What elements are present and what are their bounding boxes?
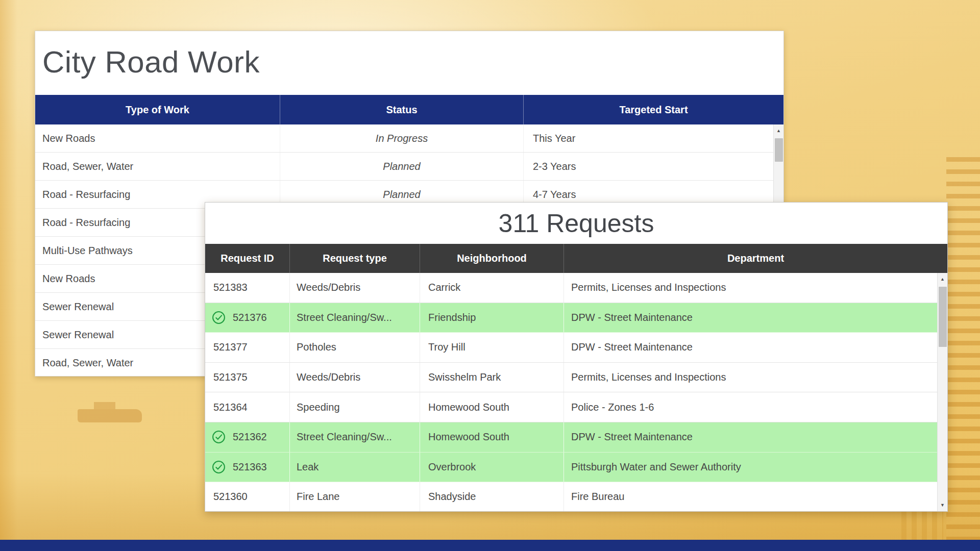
- request-id-text: 521377: [213, 341, 248, 353]
- request-type-cell: Leak: [290, 453, 420, 482]
- request-id-text: 521383: [213, 282, 248, 293]
- department-cell: DPW - Street Maintenance: [564, 333, 937, 362]
- city-road-work-title: City Road Work: [42, 44, 260, 80]
- request-id-cell: 521364: [205, 392, 290, 422]
- request-id-text: 521362: [233, 431, 267, 443]
- request-id-text: 521364: [213, 402, 248, 413]
- requests-table-body: 521383 Weeds/Debris Carrick Permits, Lic…: [205, 273, 937, 511]
- type-of-work-cell: Road, Sewer, Water: [35, 153, 280, 180]
- column-header-type-of-work: Type of Work: [35, 95, 280, 124]
- status-cell: Planned: [280, 153, 524, 180]
- request-id-cell: 521377: [205, 333, 290, 362]
- scrollbar-thumb[interactable]: [775, 138, 783, 162]
- road-work-row[interactable]: Road, Sewer, Water Planned 2-3 Years: [35, 153, 783, 181]
- request-id-text: 521363: [233, 461, 267, 473]
- scrollbar-thumb[interactable]: [939, 287, 947, 347]
- column-header-status: Status: [280, 95, 524, 124]
- request-type-cell: Weeds/Debris: [290, 363, 420, 392]
- request-row[interactable]: 521364 Speeding Homewood South Police - …: [205, 392, 937, 422]
- check-circle-icon: [212, 460, 226, 474]
- request-id-cell: 521375: [205, 363, 290, 392]
- scroll-up-button[interactable]: ▲: [774, 124, 783, 137]
- targeted-start-cell: This Year: [524, 124, 783, 152]
- neighborhood-cell: Homewood South: [420, 392, 564, 422]
- check-circle-icon: [212, 311, 226, 324]
- department-cell: DPW - Street Maintenance: [564, 303, 937, 333]
- neighborhood-cell: Homewood South: [420, 422, 564, 452]
- requests-311-title: 311 Requests: [205, 209, 947, 238]
- neighborhood-cell: Shadyside: [420, 482, 564, 511]
- neighborhood-cell: Carrick: [420, 273, 564, 303]
- request-row[interactable]: 521360 Fire Lane Shadyside Fire Bureau: [205, 482, 937, 511]
- department-cell: Permits, Licenses and Inspections: [564, 363, 937, 392]
- type-of-work-cell: New Roads: [35, 124, 280, 152]
- status-cell: In Progress: [280, 124, 524, 152]
- check-circle-icon: [212, 430, 226, 444]
- request-row[interactable]: 521375 Weeds/Debris Swisshelm Park Permi…: [205, 363, 937, 393]
- column-header-request-type: Request type: [290, 244, 420, 273]
- request-row[interactable]: 521376 Street Cleaning/Sw... Friendship …: [205, 303, 937, 333]
- request-id-text: 521360: [213, 491, 248, 503]
- scroll-up-button[interactable]: ▲: [938, 273, 947, 285]
- road-work-table-header: Type of Work Status Targeted Start: [35, 95, 783, 124]
- scroll-up-icon: ▲: [776, 128, 781, 133]
- request-id-cell: 521360: [205, 482, 290, 511]
- request-id-cell: 521363: [205, 453, 290, 482]
- department-cell: Permits, Licenses and Inspections: [564, 273, 937, 303]
- request-id-text: 521375: [213, 371, 248, 383]
- request-row[interactable]: 521363 Leak Overbrook Pittsburgh Water a…: [205, 453, 937, 483]
- background-left-strip: [0, 0, 17, 551]
- requests-table-header: Request ID Request type Neighborhood Dep…: [205, 244, 947, 273]
- neighborhood-cell: Swisshelm Park: [420, 363, 564, 392]
- scroll-up-icon: ▲: [940, 277, 945, 282]
- request-id-cell: 521376: [205, 303, 290, 333]
- department-cell: DPW - Street Maintenance: [564, 422, 937, 452]
- request-row[interactable]: 521383 Weeds/Debris Carrick Permits, Lic…: [205, 273, 937, 303]
- request-row[interactable]: 521377 Potholes Troy Hill DPW - Street M…: [205, 333, 937, 363]
- column-header-targeted-start: Targeted Start: [524, 95, 783, 124]
- road-work-row[interactable]: New Roads In Progress This Year: [35, 124, 783, 153]
- request-row[interactable]: 521362 Street Cleaning/Sw... Homewood So…: [205, 422, 937, 453]
- targeted-start-cell: 2-3 Years: [524, 153, 783, 180]
- request-type-cell: Potholes: [290, 333, 420, 362]
- neighborhood-cell: Friendship: [420, 303, 564, 333]
- request-type-cell: Street Cleaning/Sw...: [290, 303, 420, 333]
- bottom-bar: [0, 540, 980, 551]
- request-type-cell: Street Cleaning/Sw...: [290, 422, 420, 452]
- requests-311-panel: 311 Requests Request ID Request type Nei…: [205, 202, 948, 512]
- scroll-down-icon: ▼: [940, 503, 945, 508]
- dashboard-screen: City Road Work Type of Work Status Targe…: [0, 0, 980, 551]
- column-header-request-id: Request ID: [205, 244, 290, 273]
- request-type-cell: Speeding: [290, 392, 420, 422]
- request-type-cell: Fire Lane: [290, 482, 420, 511]
- department-cell: Pittsburgh Water and Sewer Authority: [564, 453, 937, 482]
- neighborhood-cell: Troy Hill: [420, 333, 564, 362]
- department-cell: Police - Zones 1-6: [564, 392, 937, 422]
- column-header-neighborhood: Neighborhood: [420, 244, 564, 273]
- request-id-text: 521376: [233, 312, 267, 323]
- scroll-down-button[interactable]: ▼: [938, 499, 947, 511]
- request-id-cell: 521383: [205, 273, 290, 303]
- request-type-cell: Weeds/Debris: [290, 273, 420, 303]
- requests-scrollbar[interactable]: ▲ ▼: [937, 273, 947, 511]
- column-header-department: Department: [564, 244, 947, 273]
- request-id-cell: 521362: [205, 422, 290, 452]
- background-boat: [78, 409, 142, 422]
- neighborhood-cell: Overbrook: [420, 453, 564, 482]
- department-cell: Fire Bureau: [564, 482, 937, 511]
